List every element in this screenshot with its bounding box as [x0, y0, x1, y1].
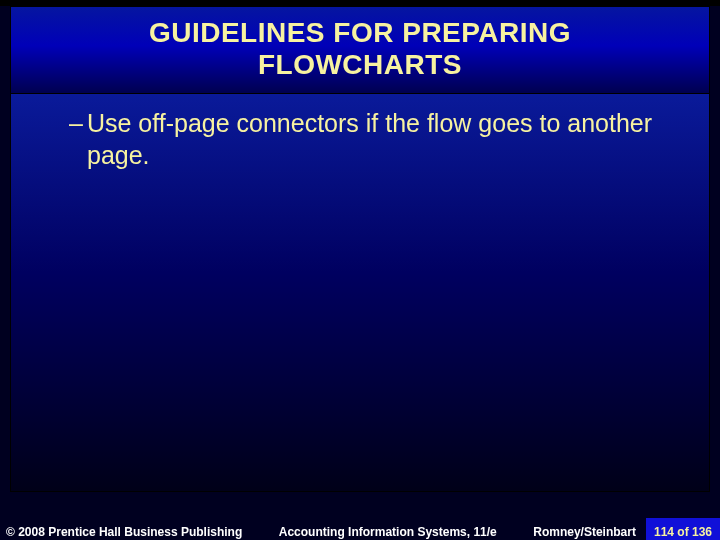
slide-body: –Use off-page connectors if the flow goe…: [10, 94, 710, 492]
footer-page-number: 114 of 136: [646, 518, 720, 540]
footer-authors: Romney/Steinbart: [533, 525, 646, 539]
slide: GUIDELINES FOR PREPARING FLOWCHARTS –Use…: [0, 6, 720, 540]
slide-footer: © 2008 Prentice Hall Business Publishing…: [0, 518, 720, 540]
title-line-2: FLOWCHARTS: [258, 49, 462, 80]
bullet-item: –Use off-page connectors if the flow goe…: [69, 108, 669, 171]
bullet-dash: –: [69, 109, 87, 137]
bullet-text: Use off-page connectors if the flow goes…: [87, 109, 652, 168]
title-bar: GUIDELINES FOR PREPARING FLOWCHARTS: [10, 6, 710, 94]
footer-center: Accounting Information Systems, 11/e: [242, 525, 533, 539]
slide-title: GUIDELINES FOR PREPARING FLOWCHARTS: [31, 17, 689, 81]
footer-copyright: © 2008 Prentice Hall Business Publishing: [0, 525, 242, 539]
title-line-1: GUIDELINES FOR PREPARING: [149, 17, 571, 48]
